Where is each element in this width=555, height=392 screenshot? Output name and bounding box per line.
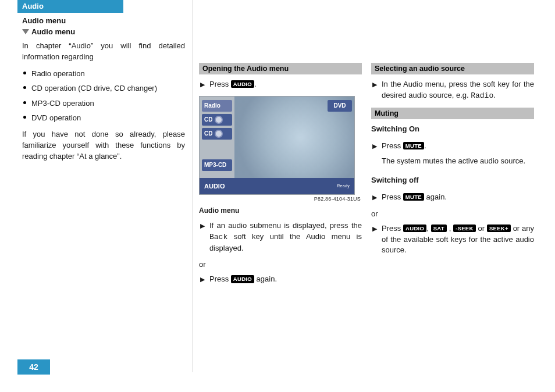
or-separator: or [371,209,534,220]
step-arrow-icon: ▶ [200,275,205,284]
tab-accent-square [9,16,17,22]
step-arrow-icon: ▶ [372,142,377,151]
step-arrow-icon: ▶ [372,80,377,90]
step-arrow-icon: ▶ [372,193,377,202]
subsection-heading-text: Audio menu [31,27,75,36]
list-item: DVD operation [22,113,185,123]
intro-paragraph: In chapter “Audio” you will find detaile… [22,41,185,63]
key-seek-plus: SEEK+ [487,224,511,232]
softkey-label-mono: Radio [471,91,493,100]
step-text: Press [209,80,231,88]
list-item: CD operation (CD drive, CD changer) [22,83,185,94]
step-select-source: ▶ In the Audio menu, press the soft key … [371,79,534,102]
softkey-cd2: CD [202,128,232,140]
softkey-label-mono: Back [209,233,227,241]
step-text: . [493,91,496,99]
softkey-radio: Radio [202,100,232,112]
step-text: If an audio submenu is displayed, press … [209,221,362,230]
screen-illustration: Radio CD CD MP3-CD DVD AUDIO Ready [199,96,355,195]
step-arrow-icon: ▶ [372,224,377,234]
figure-code: P82.86-4104-31US [199,196,361,202]
section-bar-muting: Muting [371,108,534,119]
step-text: , [426,224,431,233]
softkey-dvd: DVD [328,100,352,112]
screen-title: AUDIO [204,183,225,190]
page-number: 42 [17,359,50,375]
step-press-audio-again: ▶ Press AUDIO again. [199,274,362,285]
step-text: Press [382,141,403,150]
softkey-label: CD [204,130,212,137]
step-text: or [476,224,487,233]
manual-page: Audio Audio menu Audio menu In chapter “… [0,0,555,392]
step-press-audio: ▶ Press AUDIO. [199,79,362,90]
list-item: MP3-CD operation [22,98,185,109]
step-arrow-icon: ▶ [200,80,205,90]
column-left: Audio menu Audio menu In chapter “Audio”… [22,15,185,168]
list-item: Radio operation [22,69,185,79]
chevron-down-icon [22,29,29,34]
key-audio: AUDIO [403,224,426,232]
softkey-label: CD [204,116,212,123]
column-right: Selecting an audio source ▶ In the Audio… [371,63,534,262]
or-separator: or [199,259,362,270]
step-text: Press [382,193,403,201]
step-result: The system mutes the active audio source… [382,156,534,167]
closing-paragraph: If you have not done so already, please … [22,129,185,162]
figure-caption: Audio menu [199,206,362,215]
step-mute-on: ▶ Press MUTE. The system mutes the activ… [371,141,534,168]
screen-status-bar: AUDIO Ready [200,178,354,194]
step-text: soft key until the Audio menu is display… [209,232,362,252]
key-audio: AUDIO [231,80,254,88]
step-arrow-icon: ▶ [200,222,205,231]
key-mute: MUTE [403,193,424,201]
key-sat: SAT [431,224,447,232]
step-text: Press [382,224,403,233]
section-bar-opening: Opening the Audio menu [199,63,362,74]
section-bar-select-source: Selecting an audio source [371,63,534,74]
step-mute-off-2: ▶ Press AUDIO, SAT , -SEEK or SEEK+ or a… [371,223,534,256]
section-heading: Audio menu [22,16,185,25]
key-seek-minus: -SEEK [453,224,476,232]
chapter-tab: Audio [17,0,123,13]
column-separator [192,0,193,372]
disc-icon [215,130,223,138]
screen-status-ready: Ready [337,184,350,188]
step-text: In the Audio menu, press the soft key fo… [382,80,534,99]
step-text: again. [424,193,447,201]
step-text: . [424,141,426,150]
key-audio: AUDIO [231,275,254,283]
disc-icon [215,116,223,124]
key-mute: MUTE [403,142,424,149]
switching-off-heading: Switching off [371,175,534,186]
step-text: again. [254,275,277,283]
subsection-heading: Audio menu [22,27,185,36]
softkey-cd1: CD [202,114,232,126]
softkey-mp3cd: MP3-CD [202,159,232,171]
switching-on-heading: Switching On [371,124,534,135]
step-text: , [449,224,453,233]
step-text: Press [209,275,231,283]
page-number-accent [50,359,58,375]
step-mute-off-1: ▶ Press MUTE again. [371,192,534,203]
step-text: . [254,80,257,88]
step-back-softkey: ▶ If an audio submenu is displayed, pres… [199,220,362,254]
topic-list: Radio operation CD operation (CD drive, … [22,69,185,123]
column-middle: Opening the Audio menu ▶ Press AUDIO. Ra… [199,63,362,291]
